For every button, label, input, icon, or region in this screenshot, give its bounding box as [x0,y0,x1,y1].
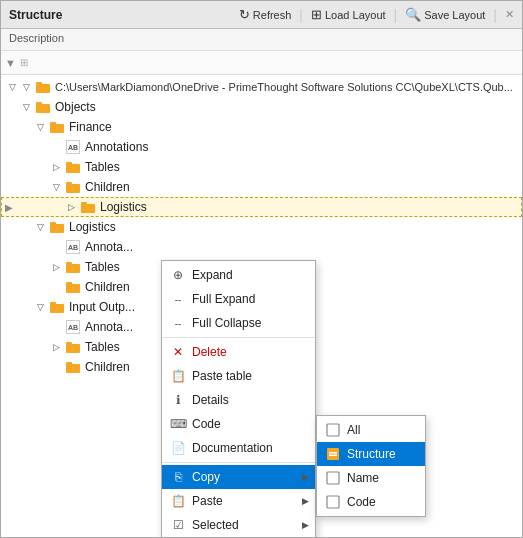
ctx-documentation[interactable]: 📄 Documentation [162,436,315,460]
svg-rect-5 [50,122,56,125]
ctx-details-label: Details [192,393,229,407]
ctx-details[interactable]: ℹ Details [162,388,315,412]
ctx-full-collapse[interactable]: -- Full Collapse [162,311,315,335]
refresh-button[interactable]: ↻ Refresh [239,7,292,22]
ctx-documentation-label: Documentation [192,441,273,455]
annotations-label: Annotations [83,140,148,154]
ctx-copy[interactable]: ⎘ Copy [162,465,315,489]
documentation-icon: 📄 [170,440,186,456]
svg-rect-14 [66,264,80,273]
expand-btn-children1[interactable]: ▽ [49,180,63,194]
full-collapse-icon: -- [170,315,186,331]
expand-btn-tables3[interactable]: ▷ [49,340,63,354]
expand-btn-tables1[interactable]: ▷ [49,160,63,174]
ctx-copy-label: Copy [192,470,220,484]
structure-icon [325,446,341,462]
sub-name-label: Name [347,471,379,485]
tree-row[interactable]: ▽ Children [1,177,522,197]
sub-name[interactable]: Name [317,466,425,490]
save-layout-button[interactable]: 🔍 Save Layout [405,7,485,22]
toolbar-buttons: ↻ Refresh | ⊞ Load Layout | 🔍 Save Layou… [239,7,514,23]
separator-1: | [299,7,303,23]
finance-folder-icon [49,119,65,135]
name-icon [325,470,341,486]
ctx-selected-label: Selected [192,518,239,532]
panel-title: Structure [9,8,62,22]
children2-label: Children [83,280,130,294]
svg-rect-1 [36,82,42,85]
sub-structure[interactable]: Structure [317,442,425,466]
ctx-expand[interactable]: ⊕ Expand [162,263,315,287]
svg-rect-28 [327,472,339,484]
logistics-selected-row[interactable]: ▶ ▷ Logistics [1,197,522,217]
pin-icon[interactable]: ✕ [505,8,514,21]
svg-rect-3 [36,102,42,105]
ab-icon: AB [66,140,80,154]
svg-rect-11 [81,202,87,205]
paste-icon: 📋 [170,493,186,509]
tree-row[interactable]: AB Annota... [1,237,522,257]
arrow-indicator: ▶ [2,202,16,213]
context-menu: ⊕ Expand -- Full Expand -- Full Collapse… [161,260,316,537]
ctx-paste-table-label: Paste table [192,369,252,383]
expand-btn-logistics2[interactable]: ▽ [33,220,47,234]
svg-rect-27 [329,455,337,457]
expand-btn-logistics-sel[interactable]: ▷ [64,200,78,214]
ab-icon-3: AB [66,320,80,334]
svg-rect-20 [66,344,80,353]
expand-btn-root2[interactable]: ▽ [19,80,33,94]
inputoutput-label: Input Outp... [67,300,135,314]
ctx-full-expand-label: Full Expand [192,292,255,306]
tables2-label: Tables [83,260,120,274]
ctx-selected[interactable]: ☑ Selected [162,513,315,537]
expand-btn-inputoutput[interactable]: ▽ [33,300,47,314]
load-layout-icon: ⊞ [311,7,322,22]
ctx-sep-1 [162,337,315,338]
description-col-label: Description [9,32,64,44]
annot3-icon: AB [65,319,81,335]
tree-row[interactable]: ▽ ▽ C:\Users\MarkDiamond\OneDrive - Prim… [1,77,522,97]
load-layout-button[interactable]: ⊞ Load Layout [311,7,386,22]
expand-btn-finance[interactable]: ▽ [33,120,47,134]
ctx-full-collapse-label: Full Collapse [192,316,261,330]
logistics-sel-folder-icon [80,199,96,215]
tree-row[interactable]: ▽ Finance [1,117,522,137]
ctx-expand-label: Expand [192,268,233,282]
svg-rect-4 [50,124,64,133]
expand-btn-tables2[interactable]: ▷ [49,260,63,274]
load-layout-label: Load Layout [325,9,386,21]
tree-row[interactable]: AB Annotations [1,137,522,157]
tree-area[interactable]: ▽ ▽ C:\Users\MarkDiamond\OneDrive - Prim… [1,75,522,537]
delete-icon: ✕ [170,344,186,360]
svg-rect-12 [50,224,64,233]
objects-label: Objects [53,100,96,114]
tree-row[interactable]: ▽ Objects [1,97,522,117]
ctx-delete[interactable]: ✕ Delete [162,340,315,364]
full-expand-icon: -- [170,291,186,307]
expand-btn-root[interactable]: ▽ [5,80,19,94]
svg-rect-21 [66,342,72,345]
refresh-icon: ↻ [239,7,250,22]
structure-panel: Structure ↻ Refresh | ⊞ Load Layout | 🔍 … [0,0,523,538]
sub-code-label: Code [347,495,376,509]
svg-rect-23 [66,362,72,365]
ctx-paste[interactable]: 📋 Paste [162,489,315,513]
children3-label: Children [83,360,130,374]
svg-rect-0 [36,84,50,93]
tables3-label: Tables [83,340,120,354]
svg-rect-9 [66,182,72,185]
sub-code[interactable]: Code [317,490,425,514]
expand-btn-objects[interactable]: ▽ [19,100,33,114]
ctx-code[interactable]: ⌨ Code [162,412,315,436]
sub-all[interactable]: All [317,418,425,442]
filter-input-placeholder[interactable]: ⊞ [20,57,28,68]
ab-icon-2: AB [66,240,80,254]
ctx-full-expand[interactable]: -- Full Expand [162,287,315,311]
sub-structure-label: Structure [347,447,396,461]
annotations-icon: AB [65,139,81,155]
tables1-folder-icon [65,159,81,175]
ctx-paste-table[interactable]: 📋 Paste table [162,364,315,388]
tree-row[interactable]: ▷ Tables [1,157,522,177]
logistics2-folder-icon [49,219,65,235]
tree-row[interactable]: ▽ Logistics [1,217,522,237]
